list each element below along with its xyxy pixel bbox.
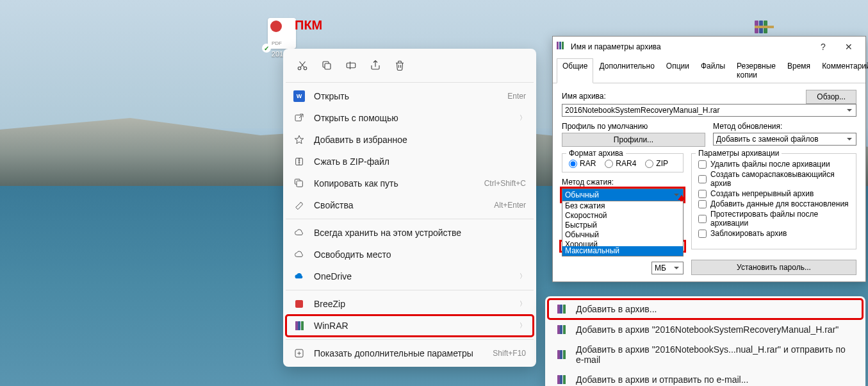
profiles-button[interactable]: Профили... bbox=[562, 133, 705, 147]
menu-open-with[interactable]: Открыть с помощью 〉 bbox=[286, 107, 534, 129]
cloud-check-icon bbox=[293, 227, 305, 239]
menu-winrar[interactable]: WinRAR 〉 bbox=[286, 315, 534, 337]
svg-rect-4 bbox=[295, 115, 301, 121]
open-with-icon bbox=[293, 112, 305, 124]
submenu-add-to-named[interactable]: Добавить в архив "2016NotebookSystemReco… bbox=[548, 319, 863, 340]
tab-advanced[interactable]: Дополнительно bbox=[593, 58, 660, 83]
menu-copy-path[interactable]: Копировать как путь Ctrl+Shift+C bbox=[286, 172, 534, 194]
help-button[interactable]: ? bbox=[810, 39, 836, 55]
zip-icon bbox=[293, 156, 305, 167]
winrar-icon bbox=[555, 349, 567, 360]
svg-rect-3 bbox=[347, 63, 356, 68]
tab-backup[interactable]: Резервные копии bbox=[731, 58, 782, 83]
opt-fastest[interactable]: Скоростной bbox=[562, 211, 683, 221]
menu-free-space[interactable]: Освободить место bbox=[286, 244, 534, 265]
compression-method-label: Метод сжатия: bbox=[562, 178, 684, 187]
opt-normal[interactable]: Обычный bbox=[562, 230, 683, 240]
archive-name-label: Имя архива: bbox=[562, 92, 802, 101]
opt-fast[interactable]: Быстрый bbox=[562, 221, 683, 230]
submenu-add-email[interactable]: Добавить в архив "2016NotebookSys...nual… bbox=[548, 340, 863, 369]
close-button[interactable]: ✕ bbox=[836, 39, 862, 55]
menu-favorite[interactable]: Добавить в избранное bbox=[286, 129, 534, 151]
radio-zip[interactable]: ZIP bbox=[645, 159, 668, 168]
chevron-right-icon: 〉 bbox=[520, 272, 526, 281]
wrench-icon bbox=[293, 199, 305, 211]
doc-icon: W bbox=[293, 90, 305, 102]
breezip-icon bbox=[293, 298, 305, 310]
sync-checkmark-icon bbox=[262, 44, 271, 53]
menu-properties[interactable]: Свойства Alt+Enter bbox=[286, 194, 534, 216]
opt-maximum[interactable]: Максимальный bbox=[562, 246, 683, 256]
winrar-desktop-icon bbox=[755, 21, 774, 36]
update-method-combo[interactable]: Добавить с заменой файлов bbox=[713, 133, 856, 146]
context-menu: W Открыть Enter Открыть с помощью 〉 Доба… bbox=[283, 49, 536, 367]
check-delete[interactable]: Удалить файлы после архивации bbox=[698, 159, 849, 169]
chevron-right-icon: 〉 bbox=[520, 299, 526, 308]
chevron-right-icon: 〉 bbox=[520, 113, 526, 122]
delete-button[interactable] bbox=[388, 54, 411, 77]
chevron-right-icon: 〉 bbox=[520, 321, 526, 330]
archive-dialog: Имя и параметры архива ? ✕ Общие Дополни… bbox=[552, 36, 866, 282]
size-unit-combo[interactable]: МБ bbox=[651, 262, 684, 274]
winrar-icon bbox=[293, 320, 305, 331]
tab-time[interactable]: Время bbox=[782, 58, 816, 83]
check-lock[interactable]: Заблокировать архив bbox=[698, 228, 849, 239]
submenu-add-to-archive[interactable]: Добавить в архив... bbox=[548, 299, 863, 319]
winrar-icon bbox=[557, 42, 567, 52]
check-recovery[interactable]: Добавить данные для восстановления bbox=[698, 199, 849, 209]
cut-button[interactable] bbox=[291, 54, 314, 77]
onedrive-icon bbox=[293, 271, 305, 282]
submenu-add-email2[interactable]: Добавить в архив и отправить по e-mail..… bbox=[548, 369, 863, 386]
more-options-icon bbox=[293, 348, 305, 359]
check-test[interactable]: Протестировать файлы после архивации bbox=[698, 209, 849, 228]
compression-dropdown: Без сжатия Скоростной Быстрый Обычный Хо… bbox=[562, 201, 684, 256]
menu-open[interactable]: W Открыть Enter bbox=[286, 85, 534, 107]
dialog-titlebar: Имя и параметры архива ? ✕ bbox=[553, 37, 865, 57]
tab-general[interactable]: Общие bbox=[557, 58, 593, 83]
set-password-button[interactable]: Установить пароль... bbox=[691, 260, 856, 275]
star-icon bbox=[293, 134, 305, 146]
menu-onedrive[interactable]: OneDrive 〉 bbox=[286, 265, 534, 287]
tab-options[interactable]: Опции bbox=[660, 58, 695, 83]
svg-rect-7 bbox=[295, 300, 303, 308]
format-groupbox: Формат архива RAR RAR4 ZIP bbox=[562, 153, 684, 172]
pdf-icon bbox=[268, 18, 296, 49]
browse-button[interactable]: Обзор... bbox=[806, 90, 856, 104]
copy-button[interactable] bbox=[315, 54, 338, 77]
tab-comment[interactable]: Комментарий bbox=[816, 58, 868, 83]
archive-name-input[interactable]: 2016NotebookSystemRecoveryManual_H.rar bbox=[562, 104, 856, 117]
opt-good[interactable]: Хороший bbox=[562, 240, 683, 246]
dialog-title: Имя и параметры архива bbox=[571, 42, 810, 51]
cloud-icon bbox=[293, 249, 305, 260]
annotation-pkm: ПКМ bbox=[295, 18, 322, 33]
compression-method-combo[interactable]: Обычный bbox=[562, 189, 684, 201]
share-button[interactable] bbox=[364, 54, 387, 77]
winrar-icon bbox=[555, 324, 567, 335]
menu-compress-zip[interactable]: Сжать в ZIP-файл bbox=[286, 151, 534, 172]
menu-more-options[interactable]: Показать дополнительные параметры Shift+… bbox=[286, 342, 534, 364]
dialog-tabs: Общие Дополнительно Опции Файлы Резервны… bbox=[553, 57, 865, 83]
context-toolbar bbox=[286, 51, 534, 80]
update-method-label: Метод обновления: bbox=[713, 122, 856, 131]
rename-button[interactable] bbox=[340, 54, 363, 77]
winrar-icon bbox=[555, 303, 567, 315]
check-solid[interactable]: Создать непрерывный архив bbox=[698, 189, 849, 199]
radio-rar4[interactable]: RAR4 bbox=[605, 159, 636, 168]
profile-label: Профиль по умолчанию bbox=[562, 122, 705, 131]
opt-no-compression[interactable]: Без сжатия bbox=[562, 201, 683, 211]
copy-path-icon bbox=[293, 178, 305, 189]
archiving-options-groupbox: Параметры архивации Удалить файлы после … bbox=[691, 153, 856, 249]
tab-files[interactable]: Файлы bbox=[695, 58, 731, 83]
svg-rect-2 bbox=[325, 63, 331, 69]
check-sfx[interactable]: Создать самораспаковывающийся архив bbox=[698, 169, 849, 189]
svg-rect-6 bbox=[297, 181, 302, 187]
winrar-submenu: Добавить в архив... Добавить в архив "20… bbox=[545, 296, 865, 386]
menu-breezip[interactable]: BreeZip 〉 bbox=[286, 293, 534, 315]
menu-keep-device[interactable]: Всегда хранить на этом устройстве bbox=[286, 222, 534, 244]
winrar-icon bbox=[555, 374, 567, 385]
radio-rar[interactable]: RAR bbox=[569, 159, 596, 168]
